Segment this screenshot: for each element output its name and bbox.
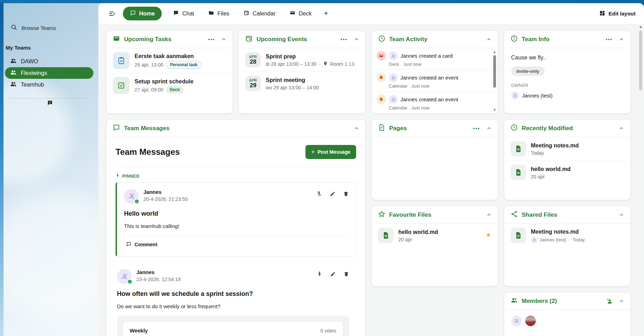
chevron-up-icon[interactable]: [221, 37, 226, 42]
file-item[interactable]: hello world.md 20 apr: [504, 161, 630, 184]
message-author: Jannes: [136, 269, 181, 275]
tab-label: Files: [217, 11, 229, 17]
activity-text: Jannes created an event: [401, 96, 458, 102]
file-item[interactable]: Meeting notes.md J( Jannes (test) · Toda…: [504, 224, 630, 247]
checkbox-check-icon: [113, 77, 130, 94]
widget-menu-button[interactable]: •••: [473, 127, 480, 130]
edit-pencil-icon[interactable]: [330, 191, 335, 198]
widget-menu-button[interactable]: •••: [208, 38, 215, 41]
task-item[interactable]: Eerste taak aanmaken 26 apr, 13:00 Perso…: [106, 48, 233, 73]
file-name: hello world.md: [398, 228, 438, 236]
feedback-icon[interactable]: [47, 100, 53, 107]
add-tab-button[interactable]: +: [320, 8, 332, 20]
avatar: J( ✓: [117, 269, 132, 284]
browse-teams-button[interactable]: Browse Teams: [0, 23, 98, 33]
scroll-up-arrow[interactable]: ▲: [493, 50, 496, 54]
sidebar-item-teamhub[interactable]: Teamhub: [5, 79, 93, 90]
add-member-icon[interactable]: [606, 298, 613, 304]
page-scrollbar[interactable]: ▲: [638, 25, 643, 336]
comment-button[interactable]: Comment: [124, 238, 160, 251]
share-icon: [510, 210, 518, 219]
widget-recently-modified: Recently Modified Meeting notes.md: [504, 119, 631, 200]
chevron-up-icon[interactable]: [619, 299, 624, 304]
divider: [116, 166, 356, 166]
avatar: J( ✓: [124, 189, 139, 204]
avatar: J(: [511, 91, 519, 99]
post-message-button[interactable]: + Post Message: [305, 145, 356, 159]
markdown-file-icon: [510, 228, 526, 243]
event-item[interactable]: APR 28 Sprint prep di 28 apr 13:00 – 13:…: [239, 48, 365, 72]
file-item[interactable]: hello world.md 20 apr: [372, 224, 498, 247]
chevron-up-icon[interactable]: [354, 126, 359, 131]
comment-label: Comment: [135, 242, 157, 247]
task-title: Eerste taak aanmaken: [135, 52, 202, 60]
unpin-icon[interactable]: [316, 191, 322, 198]
event-day: 28: [250, 59, 256, 65]
activity-meta: Calendar · Just now: [389, 83, 489, 89]
widget-favourite-files: Favourite Files hello world.md: [371, 206, 498, 286]
scrollbar-thumb[interactable]: [493, 55, 496, 88]
sidebar-item-flexiwings[interactable]: Flexiwings: [5, 67, 93, 79]
chevron-up-icon[interactable]: [487, 126, 491, 131]
tab-calendar[interactable]: Calendar: [238, 7, 281, 20]
event-time: wo 29 apr 13:00 – 14:00: [266, 85, 319, 90]
poll-option-label: Weekly: [130, 328, 148, 334]
poll-option[interactable]: Weekly 0 votes: [123, 322, 343, 336]
poll-option-votes: 0 votes: [320, 328, 336, 334]
tab-chat[interactable]: Chat: [167, 7, 200, 20]
widget-menu-button[interactable]: •••: [341, 38, 348, 41]
post-message-label: Post Message: [317, 149, 350, 155]
visibility-badge: Invite-only: [511, 66, 545, 76]
activity-text: Jannes created an event: [401, 75, 458, 81]
activity-item[interactable]: J( Jannes created an event Calendar · Ju…: [372, 92, 498, 114]
scroll-up-arrow[interactable]: ▲: [639, 25, 643, 29]
widget-title: Favourite Files: [389, 211, 432, 218]
widget-members: Members (2) J(: [504, 292, 631, 336]
chevron-up-icon[interactable]: [619, 37, 624, 42]
widget-shared-files: Shared Files Meeting notes.md: [504, 206, 631, 286]
file-name: Meeting notes.md: [531, 142, 579, 149]
favourite-star-icon[interactable]: [485, 232, 491, 239]
tab-home[interactable]: Home: [123, 7, 162, 20]
edit-layout-button[interactable]: Edit layout: [599, 10, 636, 17]
tasks-card-icon: [113, 35, 120, 44]
collapse-sidebar-icon[interactable]: [107, 8, 117, 19]
tab-deck[interactable]: Deck: [284, 7, 317, 20]
avatar: J(: [389, 51, 398, 60]
member-avatar-photo[interactable]: [525, 316, 536, 326]
member-avatar[interactable]: J(: [511, 316, 522, 326]
edit-pencil-icon[interactable]: [330, 271, 336, 278]
activity-scrollbar[interactable]: ▲ ▼: [493, 50, 497, 112]
bell-icon: [377, 73, 386, 82]
widget-menu-button[interactable]: •••: [606, 38, 613, 41]
chevron-up-icon[interactable]: [354, 37, 359, 42]
members-group-icon: [510, 297, 518, 305]
activity-item[interactable]: J( Jannes created an event Calendar · Ju…: [372, 70, 498, 92]
pin-icon[interactable]: [317, 271, 322, 278]
task-item[interactable]: Setup sprint schedule 27 apr, 09:00 Deck: [106, 73, 233, 98]
chevron-up-icon[interactable]: [619, 213, 624, 217]
team-navigation-bar: Home Chat Files Calendar: [98, 3, 644, 24]
chevron-up-icon[interactable]: [619, 126, 624, 131]
info-circle-icon: [510, 35, 518, 44]
chevron-up-icon[interactable]: [487, 37, 491, 42]
calendar-green-icon: [245, 35, 253, 44]
file-name: hello world.md: [531, 165, 571, 173]
scrollbar-thumb[interactable]: [639, 31, 642, 90]
scroll-down-arrow[interactable]: ▼: [493, 108, 496, 112]
dashboard-content: Upcoming Tasks ••• Eers: [98, 24, 644, 336]
trash-icon[interactable]: [343, 271, 349, 278]
event-month: APR: [249, 55, 257, 59]
trash-icon[interactable]: [343, 191, 349, 198]
tab-files[interactable]: Files: [203, 7, 235, 20]
event-item[interactable]: APR 29 Sprint meeting wo 29 apr 13:00 – …: [239, 72, 365, 95]
sidebar-item-dawo[interactable]: DAWO: [5, 56, 93, 67]
chat-bubble-icon: [173, 10, 179, 17]
activity-item[interactable]: J( Jannes created a card Deck · Just now: [372, 48, 498, 70]
file-item[interactable]: Meeting notes.md Today: [504, 137, 630, 161]
teams-sidebar: Browse Teams My Teams DAWO Flexiwings: [0, 3, 98, 336]
message-timestamp: 20-4-2026, 21:23:55: [143, 196, 188, 202]
map-pin-icon: [323, 61, 328, 67]
file-date: Today: [572, 237, 585, 242]
chevron-up-icon[interactable]: [487, 213, 491, 217]
